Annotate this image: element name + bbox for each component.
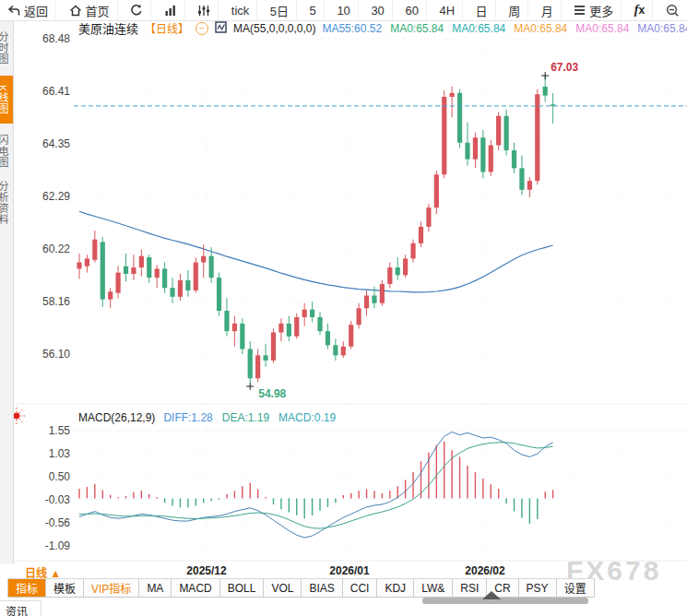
sidebar-item-K线图[interactable]: K线图 [0,76,13,124]
x-axis-date: 2026/02 [465,564,504,577]
macd-values: DIFF:1.28DEA:1.19MACD:0.19 [163,411,336,424]
tab-VOL[interactable]: VOL [264,579,302,597]
bar-chart-icon [164,5,177,17]
ma-values: MA55:60.52MA0:65.84MA0:65.84MA0:65.84MA0… [322,22,687,35]
period-60m-button-label: 60 [405,4,418,18]
ma-value-2: MA0:65.84 [452,22,505,35]
svg-text:68.48: 68.48 [42,32,70,45]
period-tick-button-label: tick [231,4,250,18]
symbol-name: 美原油连续 [78,19,138,37]
period-5m-button-label: 5 [310,4,316,18]
scrollbar-up-arrow[interactable] [482,591,501,599]
back-button[interactable]: 返回 [0,0,56,20]
tab-PSY[interactable]: PSY [519,579,557,597]
sidebar-item-label: 分析资料 [0,181,10,225]
macd-value-1: DEA:1.19 [222,411,269,424]
tab-MA[interactable]: MA [139,579,172,597]
sidebar-item-分时图[interactable]: 分时图 [0,24,13,72]
macd-header: MACD(26,12,9) DIFF:1.28DEA:1.19MACD:0.19 [78,411,336,424]
more-icon [574,5,586,16]
svg-text:-0.56: -0.56 [45,516,71,529]
sidebar-item-label: 闪电图 [0,135,10,168]
macd-value-2: MACD:0.19 [278,411,336,424]
period-week-button[interactable]: 周 [501,0,528,20]
ma-formula: MA(55,0,0,0,0,0) [233,22,315,35]
tab-CCI[interactable]: CCI [343,579,378,597]
tab-KDJ[interactable]: KDJ [377,579,414,597]
macd-value-0: DIFF:1.28 [163,411,212,424]
zoom-out-icon [666,4,680,18]
horizontal-scrollbar[interactable] [422,598,588,604]
sidebar-item-分析资料[interactable]: 分析资料 [0,179,13,227]
period-week-button-label: 周 [508,2,520,19]
svg-text:64.35: 64.35 [42,137,70,150]
period-10m-button-label: 10 [337,4,349,18]
svg-text:62.29: 62.29 [42,190,70,203]
tab-VIP指标[interactable]: VIP指标 [84,579,139,597]
svg-text:58.16: 58.16 [42,295,70,308]
period-10m-button[interactable]: 10 [329,0,358,20]
period-60m-button[interactable]: 60 [397,0,426,20]
svg-text:56.10: 56.10 [42,348,70,361]
back-icon [7,5,20,17]
ma-value-5: MA0:65.84 [637,22,687,35]
tab-MACD[interactable]: MACD [172,579,219,597]
back-button-label: 返回 [24,2,48,19]
period-tick-button[interactable]: tick [224,0,258,20]
more-button-label: 更多 [589,2,613,19]
candlestick-settings-icon[interactable] [215,21,227,36]
period-5d-button-label: 5日 [270,2,289,19]
period-5d-button[interactable]: 5日 [263,0,297,20]
price-chart-canvas[interactable]: 68.4866.4164.3562.2960.2258.1656.1067.03… [0,0,687,616]
period-4h-button[interactable]: 4H [432,0,463,20]
home-icon [69,5,82,17]
collapse-panel-icon[interactable]: − [195,22,208,35]
refresh-icon [130,4,143,17]
fx-formula-icon: fx [634,3,645,18]
svg-text:0.50: 0.50 [49,470,71,483]
period-month-button-label: 月 [541,2,553,19]
period-day-button[interactable]: 日 [468,0,496,20]
x-axis-date: 2025/12 [186,564,226,577]
formula-button[interactable]: fx [627,0,653,20]
x-axis-date: 2026/01 [329,564,369,577]
svg-text:60.22: 60.22 [42,243,70,255]
tab-指标[interactable]: 指标 [7,579,46,597]
fx678-chart-app: 68.4866.4164.3562.2960.2258.1656.1067.03… [0,0,687,616]
sliders-icon [197,5,210,17]
period-4h-button-label: 4H [439,4,455,18]
tab-模板[interactable]: 模板 [46,579,84,597]
home-button[interactable]: 首页 [62,0,118,20]
low-annotation: 54.98 [258,387,286,400]
zoom-out-button[interactable] [658,0,687,20]
ma-value-3: MA0:65.84 [514,22,567,35]
svg-text:-0.03: -0.03 [45,493,71,506]
period-30m-button[interactable]: 30 [363,0,392,20]
indicator-tabbar: 指标模板VIP指标MAMACDBOLLVOLBIASCCIKDJLW&RSICR… [7,578,595,598]
home-button-label: 首页 [86,2,110,19]
tab-BOLL[interactable]: BOLL [220,579,265,597]
ma-value-0: MA55:60.52 [322,22,382,35]
chart-type-sidebar: 分时图K线图闪电图分析资料 [0,20,14,564]
news-tab[interactable]: 资讯 [0,600,41,616]
period-day-button-label: 日 [476,2,488,19]
period-tag: 【日线】 [145,20,189,36]
toolbar: 返回首页tick5日51030604H日周月更多fx [0,0,687,21]
sidebar-item-label: K线图 [0,85,10,114]
more-button[interactable]: 更多 [566,0,622,20]
tab-BIAS[interactable]: BIAS [302,579,342,597]
refresh-button[interactable] [123,0,151,20]
svg-text:1.55: 1.55 [49,424,71,437]
chart-header: 美原油连续 【日线】 − MA(55,0,0,0,0,0) MA55:60.52… [78,21,687,35]
sidebar-item-闪电图[interactable]: 闪电图 [0,127,13,175]
period-30m-button-label: 30 [371,4,384,18]
sidebar-item-label: 分时图 [0,31,10,65]
svg-text:1.03: 1.03 [49,447,71,460]
period-month-button[interactable]: 月 [534,0,562,20]
tab-LW&[interactable]: LW& [414,579,453,597]
chart-style-button[interactable] [157,0,185,20]
svg-text:-1.09: -1.09 [45,539,71,552]
period-5m-button[interactable]: 5 [302,0,325,20]
tab-设置[interactable]: 设置 [557,579,595,597]
indicator-adjust-button[interactable] [190,0,219,20]
